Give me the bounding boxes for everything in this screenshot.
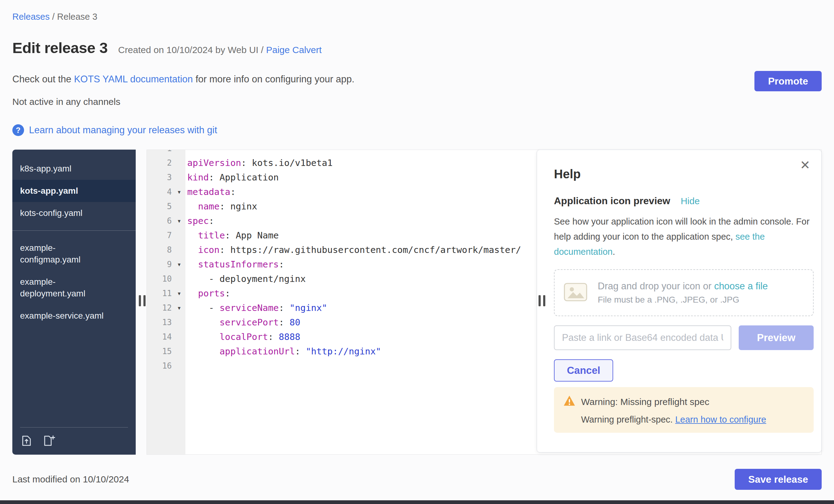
fold-caret-icon[interactable]: ▾ — [173, 286, 185, 301]
sidebar-footer — [12, 427, 136, 455]
warning-title-row: Warning: Missing preflight spec — [563, 395, 805, 409]
docs-prefix: Check out the — [12, 74, 74, 85]
footer-row: Last modified on 10/10/2024 Save release — [12, 469, 822, 490]
docs-info-line: Check out the KOTS YAML documentation fo… — [12, 74, 822, 85]
line-number: 13 — [147, 315, 173, 330]
line-number: 8 — [147, 243, 173, 257]
file-item-kots-app-yaml[interactable]: kots-app.yaml — [12, 180, 136, 202]
preview-button[interactable]: Preview — [739, 325, 814, 350]
description-text: See how your application icon will look … — [554, 217, 810, 242]
close-icon[interactable]: ✕ — [798, 158, 812, 172]
icon-dropzone[interactable]: Drag and drop your icon or choose a file… — [554, 269, 814, 316]
sidebar-resize-handle[interactable] — [139, 295, 146, 306]
file-item-example-configmap-yaml[interactable]: example-configmap.yaml — [12, 237, 136, 271]
save-release-button[interactable]: Save release — [735, 469, 822, 490]
line-number: 16 — [147, 359, 173, 373]
gutter-cell: 13 — [147, 315, 185, 330]
gutter-cell: 6▾ — [147, 214, 185, 228]
gutter-cell: 4▾ — [147, 185, 185, 199]
warning-triangle-icon — [563, 395, 575, 409]
line-number: 10 — [147, 272, 173, 286]
icon-url-row: Preview — [554, 325, 814, 350]
created-info: Created on 10/10/2024 by Web UI / Paige … — [118, 45, 322, 55]
cancel-button[interactable]: Cancel — [554, 359, 613, 381]
code-text: --- — [185, 150, 203, 156]
docs-suffix: for more info on configuring your app. — [193, 74, 354, 85]
line-number: 1 — [147, 150, 173, 156]
gutter-cell: 5 — [147, 199, 185, 214]
sidebar-footer-icons — [20, 434, 128, 447]
line-number: 3 — [147, 170, 173, 185]
dropzone-text: Drag and drop your icon or choose a file — [598, 281, 768, 292]
help-panel-resize-handle[interactable] — [539, 295, 545, 306]
warning-box: Warning: Missing preflight spec Warning … — [554, 387, 814, 433]
line-number: 6 — [147, 214, 173, 228]
line-number: 15 — [147, 344, 173, 359]
sidebar-footer-divider — [20, 427, 128, 428]
file-item-kots-config-yaml[interactable]: kots-config.yaml — [12, 202, 136, 224]
gutter-cell: 9▾ — [147, 257, 185, 272]
code-text: metadata: — [185, 185, 236, 199]
fold-caret-icon[interactable]: ▾ — [173, 257, 185, 272]
gutter-cell: 12▾ — [147, 301, 185, 315]
image-placeholder-icon — [564, 283, 587, 303]
file-item-example-deployment-yaml[interactable]: example-deployment.yaml — [12, 271, 136, 305]
file-item-example-service-yaml[interactable]: example-service.yaml — [12, 305, 136, 327]
fold-caret-icon[interactable]: ▾ — [173, 185, 185, 199]
dropzone-subtext: File must be a .PNG, .JPEG, or .JPG — [598, 295, 768, 305]
breadcrumb-releases-link[interactable]: Releases — [12, 12, 50, 22]
description-suffix: . — [613, 247, 615, 257]
promote-button[interactable]: Promote — [754, 71, 822, 91]
dropzone-text-block: Drag and drop your icon or choose a file… — [598, 281, 768, 305]
icon-preview-section-header: Application icon preview Hide — [554, 195, 814, 207]
title-row: Edit release 3 Created on 10/10/2024 by … — [12, 39, 822, 57]
file-sidebar: k8s-app.yamlkots-app.yamlkots-config.yam… — [12, 150, 136, 455]
gutter-cell: 10 — [147, 272, 185, 286]
code-text: spec: — [185, 214, 214, 228]
gutter-cell: 7 — [147, 228, 185, 243]
gutter-cell: 16 — [147, 359, 185, 373]
last-modified: Last modified on 10/10/2024 — [12, 474, 129, 485]
code-text: icon: https://raw.githubusercontent.com/… — [185, 243, 521, 257]
code-text: - serviceName: "nginx" — [185, 301, 327, 315]
line-number: 4 — [147, 185, 173, 199]
new-file-icon[interactable] — [42, 434, 55, 447]
file-list-divider — [12, 231, 136, 231]
upload-file-icon[interactable] — [20, 434, 33, 447]
file-item-k8s-app-yaml[interactable]: k8s-app.yaml — [12, 158, 136, 180]
gutter-cell: 2 — [147, 156, 185, 170]
code-text: kind: Application — [185, 170, 279, 185]
file-item-label: example-service.yaml — [20, 310, 110, 322]
code-text: apiVersion: kots.io/v1beta1 — [185, 156, 332, 170]
choose-a-file-link[interactable]: choose a file — [714, 281, 768, 291]
gutter-cell: 11▾ — [147, 286, 185, 301]
help-panel: ✕ Help Application icon preview Hide See… — [537, 150, 822, 453]
icon-preview-description: See how your application icon will look … — [554, 214, 814, 259]
fold-caret-icon[interactable]: ▾ — [173, 301, 185, 315]
gutter-cell: 1 — [147, 150, 185, 156]
breadcrumb: Releases / Release 3 — [12, 0, 822, 22]
gutter-cell: 3 — [147, 170, 185, 185]
line-number: 5 — [147, 199, 173, 214]
page-title: Edit release 3 — [12, 39, 108, 57]
git-help-link[interactable]: Learn about managing your releases with … — [29, 125, 217, 136]
line-number: 11 — [147, 286, 173, 301]
dropzone-text-prefix: Drag and drop your icon or — [598, 281, 714, 291]
file-item-label: example-deployment.yaml — [20, 276, 110, 300]
code-text: localPort: 8888 — [185, 330, 301, 344]
file-item-label: kots-app.yaml — [20, 185, 110, 197]
fold-caret-icon[interactable]: ▾ — [173, 214, 185, 228]
file-item-label: example-configmap.yaml — [20, 242, 110, 266]
line-number: 14 — [147, 330, 173, 344]
code-text: name: nginx — [185, 199, 257, 214]
warning-title: Warning: Missing preflight spec — [581, 397, 709, 407]
learn-how-to-configure-link[interactable]: Learn how to configure — [675, 415, 766, 424]
hide-link[interactable]: Hide — [681, 196, 700, 206]
breadcrumb-current: Release 3 — [57, 12, 97, 22]
created-by-link[interactable]: Paige Calvert — [266, 45, 322, 55]
kots-yaml-docs-link[interactable]: KOTS YAML documentation — [74, 74, 193, 85]
file-list: k8s-app.yamlkots-app.yamlkots-config.yam… — [12, 150, 136, 327]
code-text: title: App Name — [185, 228, 279, 243]
icon-url-input[interactable] — [554, 325, 731, 350]
breadcrumb-separator: / — [50, 12, 57, 22]
